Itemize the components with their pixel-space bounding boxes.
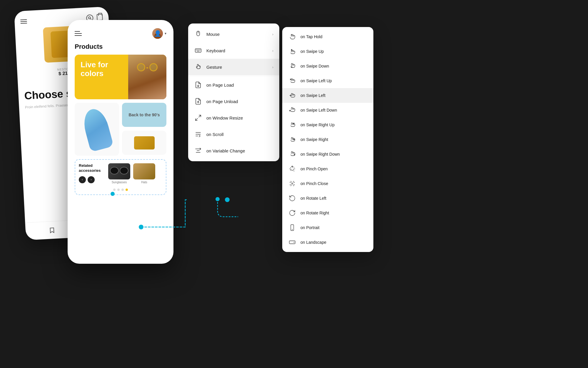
gesture-label-swipe-right-down: on Swipe Right Down [300,152,340,157]
menu-item-keyboard[interactable]: Keyboard › [188,42,279,59]
swipe-up-icon [288,47,296,56]
menu-arrow-mouse: › [272,32,273,36]
phone-main-header: ▾ [68,20,173,43]
bookmark-icon-bg [49,227,55,233]
hat-visual [133,163,155,179]
scarf-item [75,103,119,156]
pinch-close-icon [288,179,296,188]
menu-label-variable-change: on Variable Change [206,148,273,153]
menu-item-gesture[interactable]: Gesture › [188,59,279,75]
svg-rect-5 [195,49,201,52]
menu-arrow-gesture: › [272,65,273,69]
hamburger-icon-main[interactable] [75,31,82,36]
page-unload-icon [194,97,202,105]
carousel-item-sunglasses: Sunglasses [108,163,130,186]
swipe-right-icon [288,135,296,144]
avatar-container[interactable]: ▾ [152,28,166,39]
related-title: Related accessories [79,163,102,173]
gesture-item-swipe-up[interactable]: on Swipe Up [282,44,373,59]
variable-change-icon [194,147,202,155]
carousel-dots [79,189,162,191]
carousel-prev-btn[interactable]: ‹ [79,176,86,183]
gesture-item-swipe-left[interactable]: on Swipe Left [282,88,373,103]
menu-label-keyboard: Keyboard [206,48,268,53]
gesture-item-swipe-left-down[interactable]: on Swipe Left Down [282,103,373,117]
menu-item-page-unload[interactable]: on Page Unload [188,93,279,110]
related-carousel: Sunglasses Hats [108,163,155,186]
gesture-item-portrait[interactable]: on Portrait [282,220,373,235]
swipe-right-down-icon [288,150,296,158]
swipe-right-up-icon [288,121,296,129]
sunglasses-visual [108,163,130,179]
landscape-icon [288,238,296,246]
menu-label-window-resize: on Window Resize [206,115,273,120]
gesture-item-swipe-right-down[interactable]: on Swipe Right Down [282,147,373,162]
menu-label-scroll: on Scroll [206,132,273,137]
avatar [152,28,163,39]
gesture-submenu-panel: on Tap Hold on Swipe Up on Swipe D [282,27,373,252]
swipe-down-icon [288,62,296,70]
menu-item-window-resize[interactable]: on Window Resize [188,110,279,126]
gesture-label-swipe-right: on Swipe Right [300,137,328,142]
svg-line-14 [196,118,198,120]
product-grid: Back to the 90's [75,103,166,156]
menu-item-page-load[interactable]: on Page Load [188,77,279,93]
svg-line-1 [90,19,91,19]
gesture-item-swipe-left-up[interactable]: on Swipe Left Up [282,73,373,88]
phone-main: ▾ Products Live for colors Back to the 9… [68,20,173,264]
rotate-right-icon [288,209,296,217]
pinch-open-icon [288,165,296,173]
dot-3 [121,189,124,191]
gesture-label-landscape: on Landscape [300,240,326,245]
menu-label-page-load: on Page Load [206,83,273,88]
gesture-label-pinch-close: on Pinch Close [300,181,328,186]
menu-item-scroll[interactable]: on Scroll [188,126,279,142]
scarf-visual [80,106,114,152]
svg-point-16 [291,35,292,35]
carousel-item-hats: Hats [133,163,155,186]
hero-model [128,55,166,99]
gesture-item-rotate-right[interactable]: on Rotate Right [282,206,373,220]
gesture-item-swipe-right-up[interactable]: on Swipe Right Up [282,117,373,132]
gesture-label-swipe-up: on Swipe Up [300,49,324,54]
swipe-left-icon [288,91,296,100]
dot-1 [113,189,116,191]
gesture-item-rotate-left[interactable]: on Rotate Left [282,191,373,206]
gesture-label-tap-hold: on Tap Hold [300,34,322,39]
swipe-left-down-icon [288,106,296,114]
hero-banner: Live for colors [75,55,166,99]
gesture-label-swipe-right-up: on Swipe Right Up [300,122,335,127]
gesture-item-swipe-down[interactable]: on Swipe Down [282,59,373,73]
gesture-item-pinch-open[interactable]: on Pinch Open [282,162,373,176]
menu-item-variable-change[interactable]: on Variable Change [188,142,279,159]
page-load-icon [194,81,202,89]
gesture-label-swipe-left-down: on Swipe Left Down [300,108,337,112]
menu-label-gesture: Gesture [206,65,268,70]
gesture-item-swipe-right[interactable]: on Swipe Right [282,132,373,147]
sunglasses-label: Sunglasses [112,181,127,184]
gesture-item-tap-hold[interactable]: on Tap Hold [282,29,373,44]
portrait-icon [288,224,296,232]
hero-text: Live for colors [75,55,128,99]
products-title: Products [68,43,173,55]
gesture-label-swipe-left-up: on Swipe Left Up [300,78,332,83]
gesture-item-landscape[interactable]: on Landscape [282,235,373,250]
svg-line-13 [199,115,201,117]
scroll-icon [194,130,202,138]
menu-label-mouse: Mouse [206,32,268,37]
wallet-item [122,131,166,155]
connection-dot-carousel [111,192,115,196]
menu-arrow-keyboard: › [272,48,273,53]
gesture-label-rotate-right: on Rotate Right [300,211,329,215]
dot-4 [126,189,128,191]
carousel-next-btn[interactable]: › [88,176,95,183]
menu-item-mouse[interactable]: Mouse › [188,26,279,42]
gesture-label-portrait: on Portrait [300,225,320,230]
wallet-visual [134,136,155,149]
carousel-nav: ‹ › [79,176,105,183]
svg-point-0 [88,17,91,19]
gesture-item-pinch-close[interactable]: on Pinch Close [282,176,373,191]
window-resize-icon [194,114,202,122]
keyboard-icon [194,46,202,55]
svg-point-26 [225,197,230,202]
